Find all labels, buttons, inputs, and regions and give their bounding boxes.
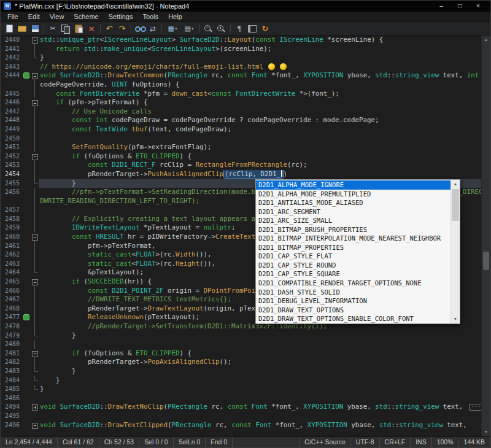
- code-row[interactable]: 2481 if (fuOptions & ETO_CLIPPED) {: [1, 349, 490, 358]
- code-text[interactable]: void SurfaceD2D::DrawTextCommon(PRectang…: [39, 71, 490, 80]
- close-button[interactable]: ×: [469, 1, 487, 12]
- app-icon[interactable]: N: [4, 2, 11, 10]
- status-column[interactable]: Col 61 / 62: [58, 437, 99, 447]
- fold-toggle-icon[interactable]: [31, 152, 39, 161]
- fold-toggle-icon[interactable]: [31, 36, 39, 45]
- panel-icon[interactable]: [246, 23, 258, 34]
- autocomplete-item[interactable]: D2D1_DRAW_TEXT_OPTIONS_ENABLE_COLOR_FONT: [256, 314, 450, 323]
- code-text[interactable]: codePageOverride, UINT fuOptions) {: [39, 80, 490, 90]
- fold-toggle-icon[interactable]: [31, 403, 39, 412]
- code-text[interactable]: return std::make_unique<ScreenLineLayout…: [39, 45, 490, 54]
- code-row[interactable]: 2454 pRenderTarget->PushAxisAlignedClip(…: [1, 170, 490, 179]
- code-row[interactable]: 2446 if (pfm->pTextFormat) {: [1, 98, 490, 107]
- menu-file[interactable]: File: [2, 12, 23, 21]
- code-text[interactable]: }: [39, 367, 490, 376]
- menu-scheme[interactable]: Scheme: [69, 12, 103, 21]
- autocomplete-scrollbar[interactable]: ▲ ▼: [450, 180, 460, 323]
- code-row[interactable]: 2440std::unique_ptr<IScreenLineLayout> S…: [1, 36, 490, 45]
- status-eol[interactable]: CR+LF: [380, 437, 411, 447]
- code-row[interactable]: 2453 const D2D1_RECT_F rcClip = Rectangl…: [1, 161, 490, 170]
- autocomplete-scroll-down-icon[interactable]: ▼: [451, 315, 460, 323]
- code-row[interactable]: 2480: [1, 340, 490, 349]
- status-selection[interactable]: Sel 0 / 0: [139, 437, 174, 447]
- zoom-out-icon[interactable]: [203, 23, 215, 34]
- code-row[interactable]: 2442}: [1, 53, 490, 63]
- code-row[interactable]: 2452 if (fuOptions & ETO_CLIPPED) {: [1, 152, 490, 161]
- code-text[interactable]: if (fuOptions & ETO_CLIPPED) {: [39, 349, 490, 358]
- code-text[interactable]: pRenderTarget->PopAxisAlignedClip();: [39, 358, 490, 367]
- code-text[interactable]: pRenderTarget->PushAxisAlignedClip(rcCli…: [39, 170, 490, 179]
- title-bar[interactable]: N * PlatWin.cxx [F:\Libs\notepad4\scinti…: [1, 1, 490, 12]
- fold-toggle-icon[interactable]: [31, 71, 39, 80]
- status-overtype[interactable]: INS: [411, 437, 432, 447]
- code-text[interactable]: // https://unicode.org/emoji/charts/full…: [39, 63, 490, 72]
- replace-icon[interactable]: ⇄: [147, 23, 159, 34]
- copy-icon[interactable]: [60, 23, 72, 34]
- code-row[interactable]: 2444void SurfaceD2D::DrawTextCommon(PRec…: [1, 71, 490, 80]
- autocomplete-scrollbar-thumb[interactable]: [452, 189, 459, 221]
- autocomplete-item[interactable]: D2D1_ARC_SIZE_SMALL: [256, 216, 450, 225]
- fold-toggle-icon[interactable]: [31, 277, 39, 287]
- status-character[interactable]: Ch 52 / 53: [99, 437, 139, 447]
- autocomplete-item[interactable]: D2D1_ANTIALIAS_MODE_ALIASED: [256, 198, 450, 207]
- code-row[interactable]: 2479 }: [1, 331, 490, 341]
- editor-vscrollbar-thumb[interactable]: [483, 252, 489, 270]
- menu-view[interactable]: View: [45, 12, 69, 21]
- code-text[interactable]: std::unique_ptr<IScreenLineLayout> Surfa…: [39, 36, 490, 45]
- menu-help[interactable]: Help: [163, 12, 187, 21]
- status-line[interactable]: Ln 2,454 / 4,444: [1, 437, 58, 447]
- autocomplete-item[interactable]: D2D1_CAP_STYLE_SQUARE: [256, 269, 450, 279]
- code-text[interactable]: void SurfaceD2D::DrawTextClipped(PRectan…: [39, 421, 490, 430]
- redo-icon[interactable]: ↷: [116, 23, 128, 34]
- delete-icon[interactable]: ×: [85, 23, 98, 34]
- scroll-down-arrow-icon[interactable]: ▼: [482, 429, 490, 435]
- code-text[interactable]: }: [39, 385, 490, 394]
- minimize-button[interactable]: –: [432, 1, 450, 12]
- code-text[interactable]: const D2D1_RECT_F rcClip = RectangleFrom…: [39, 161, 490, 170]
- code-row[interactable]: 2484 }: [1, 376, 490, 385]
- code-row[interactable]: 2449 const TextWide tbuf(text, codePageD…: [1, 125, 490, 134]
- scheme-dropdown[interactable]: ▦▾: [164, 23, 180, 34]
- code-text[interactable]: SetFontQuality(pfm->extraFontFlag);: [39, 143, 490, 152]
- save-file-icon[interactable]: [29, 23, 41, 34]
- code-row[interactable]: 2486: [1, 394, 490, 403]
- code-row[interactable]: 2483 }: [1, 367, 490, 376]
- code-row[interactable]: 2441 return std::make_unique<ScreenLineL…: [1, 45, 490, 54]
- code-text[interactable]: [39, 412, 490, 421]
- autocomplete-item[interactable]: D2D1_CAP_STYLE_ROUND: [256, 261, 450, 270]
- autocomplete-scroll-up-icon[interactable]: ▲: [451, 180, 460, 188]
- word-wrap-icon[interactable]: ¶: [233, 23, 246, 34]
- status-scheme[interactable]: C/C++ Source: [300, 437, 351, 447]
- status-selection-lines[interactable]: SelLn 0: [174, 437, 206, 447]
- maximize-button[interactable]: □: [450, 1, 469, 12]
- code-row[interactable]: codePageOverride, UINT fuOptions) {: [1, 80, 490, 90]
- editor-vscrollbar[interactable]: ▲ ▼: [481, 36, 490, 436]
- code-row[interactable]: 2451 SetFontQuality(pfm->extraFontFlag);: [1, 143, 490, 152]
- menu-settings[interactable]: Settings: [104, 12, 138, 21]
- code-row[interactable]: 2485}: [1, 385, 490, 394]
- code-row[interactable]: 2494void SurfaceD2D::DrawTextNoClip(PRec…: [1, 403, 490, 412]
- code-text[interactable]: if (pfm->pTextFormat) {: [39, 98, 490, 107]
- code-text[interactable]: }: [39, 53, 490, 63]
- code-row[interactable]: 2496void SurfaceD2D::DrawTextClipped(PRe…: [1, 421, 490, 430]
- autocomplete-item[interactable]: D2D1_BITMAP_INTERPOLATION_MODE_NEAREST_N…: [256, 234, 450, 243]
- code-text[interactable]: // Use Unicode calls: [39, 107, 490, 117]
- reload-icon[interactable]: ↻: [259, 23, 271, 34]
- code-row[interactable]: 2447 // Use Unicode calls: [1, 107, 490, 117]
- zoom-in-icon[interactable]: [215, 23, 228, 34]
- menu-tools[interactable]: Tools: [137, 12, 163, 21]
- status-encoding[interactable]: UTF-8: [351, 437, 380, 447]
- status-find-count[interactable]: Fnd 0: [206, 437, 233, 447]
- undo-icon[interactable]: ↶: [103, 23, 115, 34]
- scroll-up-arrow-icon[interactable]: ▲: [482, 37, 490, 43]
- fold-toggle-icon[interactable]: [31, 98, 39, 107]
- code-row[interactable]: 2450: [1, 134, 490, 144]
- view-dropdown[interactable]: ▤▾: [181, 23, 197, 34]
- paste-icon[interactable]: [72, 23, 85, 34]
- find-icon[interactable]: [134, 23, 146, 34]
- status-filesize[interactable]: 144 KB: [459, 437, 490, 447]
- fold-toggle-icon[interactable]: [31, 421, 39, 430]
- code-row[interactable]: 2448 const int codePageDraw = codePageOv…: [1, 116, 490, 125]
- code-row[interactable]: 2445 const FontDirectWrite *pfm = down_c…: [1, 90, 490, 99]
- status-zoom[interactable]: 100%: [432, 437, 459, 447]
